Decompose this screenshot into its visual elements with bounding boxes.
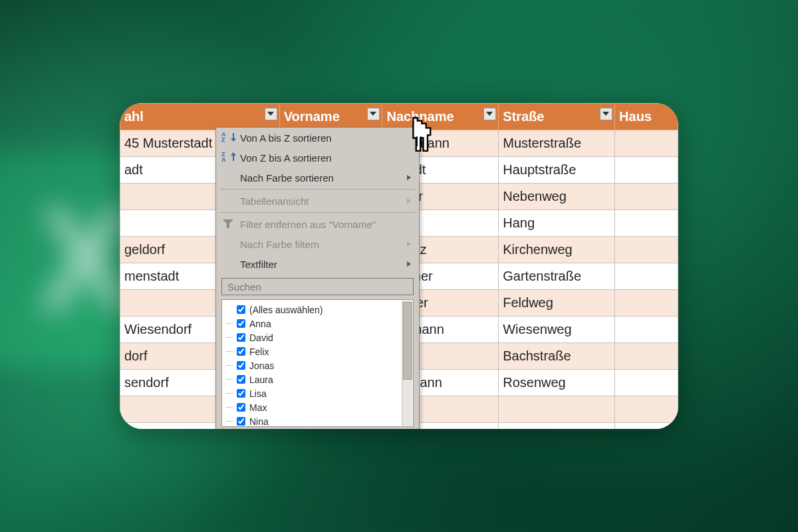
cell[interactable]: Feldweg (499, 290, 615, 317)
checkbox[interactable] (237, 333, 245, 342)
check-label: Nina (249, 416, 269, 427)
col-label: ahl (124, 109, 144, 124)
cell[interactable]: Musterstraße (499, 130, 615, 157)
menu-label: Nach Farbe filtern (240, 239, 319, 250)
checkbox[interactable] (237, 347, 245, 356)
checkbox[interactable] (237, 375, 245, 384)
menu-label: Filter entfernen aus "Vorname" (240, 219, 376, 230)
text-filter[interactable]: Textfilter (216, 254, 419, 274)
col-header-nachname[interactable]: Nachname (382, 104, 499, 130)
cell[interactable] (615, 184, 678, 210)
sort-by-color[interactable]: Nach Farbe sortieren (216, 168, 419, 188)
filter-check-item[interactable]: David (222, 331, 413, 344)
menu-label: Von Z bis A sortieren (240, 152, 332, 164)
col-header-haus[interactable]: Haus (615, 104, 678, 130)
cell[interactable]: Gartenstraße (499, 263, 615, 290)
col-header-strasse[interactable]: Straße (499, 104, 615, 130)
checkbox[interactable] (237, 389, 245, 398)
cell[interactable]: Hang (499, 210, 615, 237)
filter-dropdown-icon[interactable] (265, 108, 277, 120)
cell[interactable]: Rosenweg (499, 370, 615, 396)
filter-check-item[interactable]: (Alles auswählen) (222, 303, 413, 317)
col-label: Nachname (386, 109, 454, 124)
cell[interactable] (615, 317, 678, 343)
menu-label: Textfilter (240, 259, 277, 270)
sort-za[interactable]: ZA Von Z bis A sortieren (216, 148, 419, 168)
checkbox[interactable] (237, 305, 245, 314)
filter-dropdown-icon[interactable] (483, 108, 496, 120)
cell[interactable]: Nebenweg (499, 184, 615, 210)
sort-az-icon: AZ (221, 132, 235, 144)
sort-az[interactable]: AZ Von A bis Z sortieren (216, 128, 419, 148)
filter-by-color: Nach Farbe filtern (216, 234, 419, 254)
cell[interactable] (615, 237, 678, 263)
cell[interactable] (499, 396, 615, 423)
checkbox[interactable] (237, 361, 245, 370)
filter-menu: AZ Von A bis Z sortieren ZA Von Z bis A … (215, 127, 420, 429)
cell[interactable]: Hauptstraße (499, 157, 615, 184)
check-label: (Alles auswählen) (249, 305, 323, 315)
check-label: Lisa (249, 388, 267, 399)
clear-filter: Filter entfernen aus "Vorname" (216, 214, 419, 234)
cell[interactable] (615, 157, 678, 184)
check-label: David (249, 332, 273, 343)
checkbox[interactable] (237, 403, 245, 412)
cell[interactable]: Kirchenweg (499, 237, 615, 263)
funnel-icon (223, 219, 233, 229)
cell[interactable] (499, 423, 615, 430)
filter-check-item[interactable]: Nina (222, 414, 413, 427)
cell[interactable] (615, 290, 678, 317)
col-label: Straße (503, 109, 544, 124)
check-label: Laura (249, 374, 273, 385)
check-label: Felix (249, 346, 269, 357)
checkbox[interactable] (237, 417, 245, 426)
filter-check-item[interactable]: Laura (222, 372, 413, 386)
menu-label: Nach Farbe sortieren (240, 172, 334, 184)
filter-search-input[interactable] (221, 278, 414, 295)
col-header-ahl[interactable]: ahl (120, 104, 280, 130)
menu-label: Tabellenansicht (240, 196, 309, 207)
col-header-vorname[interactable]: Vorname (279, 104, 382, 130)
separator (220, 212, 415, 213)
filter-dropdown-icon[interactable] (367, 108, 380, 120)
filter-check-item[interactable]: Lisa (222, 386, 413, 400)
cell[interactable]: Wiesenweg (499, 317, 615, 343)
filter-check-item[interactable]: Felix (222, 344, 413, 358)
cell[interactable] (615, 130, 678, 157)
filter-check-item[interactable]: Jonas (222, 358, 413, 372)
table-view: Tabellenansicht (216, 191, 419, 211)
cell[interactable]: Bachstraße (499, 343, 615, 370)
checkbox[interactable] (237, 319, 245, 328)
col-label: Haus (619, 109, 652, 124)
col-label: Vorname (284, 109, 340, 124)
check-label: Jonas (249, 360, 274, 371)
cell[interactable] (615, 396, 678, 423)
cell[interactable] (615, 343, 678, 370)
filter-dropdown-icon[interactable] (600, 108, 612, 120)
check-label: Anna (249, 319, 271, 329)
cell[interactable] (615, 370, 678, 396)
menu-label: Von A bis Z sortieren (240, 132, 332, 144)
cell[interactable] (615, 210, 678, 237)
filter-check-item[interactable]: Anna (222, 317, 413, 331)
cell[interactable] (615, 263, 678, 290)
filter-checklist: (Alles auswählen)AnnaDavidFelixJonasLaur… (221, 299, 414, 427)
spreadsheet-card: ahl Vorname Nachname Straße Haus 45 Must… (120, 103, 678, 429)
sort-za-icon: ZA (221, 152, 235, 164)
separator (220, 189, 415, 190)
check-label: Max (249, 402, 267, 413)
filter-check-item[interactable]: Max (222, 400, 413, 414)
